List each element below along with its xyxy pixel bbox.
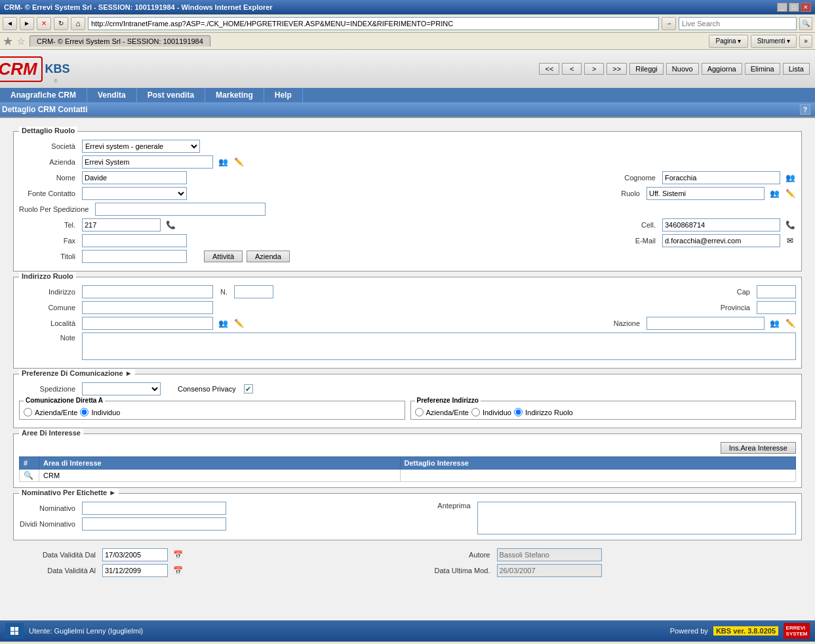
nome-input[interactable] — [82, 171, 187, 184]
preferenze-title: Preferenze Di Comunicazione ► — [19, 369, 135, 377]
tel-phone-icon[interactable]: 📞 — [165, 219, 176, 231]
live-search-input[interactable] — [679, 17, 797, 30]
ins-area-button[interactable]: Ins.Area Interesse — [721, 442, 796, 454]
data-ultima-mod-input — [497, 564, 602, 577]
fonte-select[interactable] — [82, 187, 187, 200]
preferenze-content: Spedizione Consenso Privacy ✔ Comunicazi… — [19, 382, 796, 422]
aree-interesse-content: Ins.Area Interesse # Area di Interesse D… — [19, 442, 796, 482]
lista-button[interactable]: Lista — [783, 63, 810, 75]
start-icon[interactable] — [5, 623, 24, 639]
nominativo-content: Nominativo Dividi Nominativo Anteprima — [19, 502, 796, 534]
add-favorites-icon[interactable]: ☆ — [17, 36, 26, 47]
search-go-button[interactable]: 🔍 — [799, 17, 812, 30]
titoli-label: Titoli — [19, 252, 78, 260]
note-textarea[interactable] — [82, 332, 796, 360]
forward-button[interactable]: ► — [20, 17, 34, 30]
preferenze-comunicazione-section: Preferenze Di Comunicazione ► Spedizione… — [13, 374, 802, 428]
azienda-input[interactable] — [82, 155, 213, 169]
nav-back-back-button[interactable]: << — [539, 63, 559, 75]
cell-phone-icon[interactable]: 📞 — [784, 219, 796, 231]
menu-marketing[interactable]: Marketing — [205, 88, 264, 102]
aggiorna-button[interactable]: Aggiorna — [702, 63, 742, 75]
cap-input[interactable] — [757, 285, 796, 298]
azienda-search-icon[interactable]: 👥 — [217, 156, 229, 168]
ruolo-edit-icon[interactable]: ✏️ — [784, 188, 796, 199]
ruolo-spedizione-input[interactable] — [95, 203, 266, 216]
provincia-label: Provincia — [707, 304, 753, 312]
email-icon[interactable]: ✉ — [784, 235, 796, 247]
address-bar[interactable] — [88, 17, 659, 30]
help-button[interactable]: ? — [800, 104, 810, 115]
minimize-button[interactable]: _ — [777, 3, 787, 12]
home-button[interactable]: ⌂ — [71, 17, 85, 30]
localita-input[interactable] — [82, 317, 213, 330]
menu-anagrafiche[interactable]: Anagrafiche CRM — [0, 88, 87, 102]
nav-back-button[interactable]: < — [562, 63, 582, 75]
nav-forward-forward-button[interactable]: >> — [606, 63, 627, 75]
page-title-bar: Dettaglio CRM Contatti ? — [0, 102, 815, 117]
localita-search-icon[interactable]: 👥 — [217, 317, 229, 329]
cal-icon-dal[interactable]: 📅 — [172, 549, 184, 561]
nav-forward-button[interactable]: > — [584, 63, 604, 75]
attivita-button[interactable]: Attività — [204, 251, 243, 262]
nazione-search-icon[interactable]: 👥 — [768, 317, 780, 329]
ruolo-search-icon[interactable]: 👥 — [768, 188, 780, 199]
azienda-edit-icon[interactable]: ✏️ — [233, 156, 245, 168]
cognome-input[interactable] — [662, 171, 780, 184]
pref-indirizzo-ruolo-radio[interactable] — [514, 408, 523, 416]
rileggi-button[interactable]: Rileggi — [629, 63, 664, 75]
titoli-input[interactable] — [82, 250, 187, 263]
nuovo-button[interactable]: Nuovo — [666, 63, 699, 75]
close-button[interactable]: ✕ — [801, 3, 811, 12]
societa-select[interactable]: Errevi system - generale — [82, 140, 200, 153]
go-button[interactable]: → — [662, 17, 676, 30]
dividi-input[interactable] — [82, 517, 226, 531]
consenso-privacy-checkbox[interactable]: ✔ — [244, 384, 253, 393]
tools-menu-button[interactable]: Strumenti ▾ — [751, 35, 797, 48]
fax-input[interactable] — [82, 234, 187, 247]
favorites-star-icon[interactable]: ★ — [3, 34, 13, 49]
n-input[interactable] — [234, 285, 273, 298]
email-input[interactable] — [662, 234, 780, 247]
elimina-button[interactable]: Elimina — [745, 63, 780, 75]
note-row: Note — [19, 332, 796, 360]
window-controls[interactable]: _ □ ✕ — [777, 3, 811, 12]
comm-azienda-radio[interactable] — [24, 408, 32, 416]
anteprima-textarea[interactable] — [477, 502, 797, 534]
ruolo-label: Ruolo — [597, 190, 643, 197]
browser-tab[interactable]: CRM- © Errevi System Srl - SESSION: 1001… — [30, 35, 210, 47]
stop-button[interactable]: ✕ — [37, 17, 51, 30]
crm-top-bar: CRM KBS ® << < > >> Rileggi Nuovo Aggior… — [0, 50, 815, 88]
maximize-button[interactable]: □ — [789, 3, 799, 12]
dividi-field-row: Dividi Nominativo — [19, 517, 401, 531]
spedizione-select[interactable] — [82, 382, 161, 395]
azienda-button[interactable]: Azienda — [247, 251, 290, 262]
provincia-input[interactable] — [757, 301, 796, 314]
refresh-button[interactable]: ↻ — [54, 17, 68, 30]
indirizzo-ruolo-section: Indirizzo Ruolo Indirizzo N. Cap Comune — [13, 277, 802, 369]
nazione-input[interactable] — [646, 317, 765, 330]
pref-individuo-radio[interactable] — [471, 408, 480, 416]
menu-vendita[interactable]: Vendita — [87, 88, 137, 102]
comm-individuo-radio[interactable] — [80, 408, 89, 416]
nazione-edit-icon[interactable]: ✏️ — [784, 317, 796, 329]
ruolo-input[interactable] — [646, 187, 765, 200]
menu-help[interactable]: Help — [264, 88, 303, 102]
cell-input[interactable] — [662, 218, 780, 231]
menu-post-vendita[interactable]: Post vendita — [137, 88, 205, 102]
localita-edit-icon[interactable]: ✏️ — [233, 317, 245, 329]
cognome-search-icon[interactable]: 👥 — [784, 172, 796, 184]
back-button[interactable]: ◄ — [3, 17, 17, 30]
data-validita-al-input[interactable] — [102, 564, 168, 577]
pref-azienda-radio[interactable] — [415, 408, 424, 416]
data-validita-dal-input[interactable] — [102, 548, 168, 561]
nominativo-input[interactable] — [82, 502, 226, 515]
page-menu-button[interactable]: Pagina ▾ — [709, 35, 748, 48]
cal-icon-al[interactable]: 📅 — [172, 565, 184, 576]
autore-label: Autore — [414, 551, 493, 559]
indirizzo-input[interactable] — [82, 285, 213, 298]
extra-button[interactable]: » — [799, 35, 812, 48]
app-nav-controls[interactable]: << < > >> Rileggi Nuovo Aggiorna Elimina… — [539, 63, 810, 75]
tel-input[interactable] — [82, 218, 161, 231]
comune-input[interactable] — [82, 301, 213, 314]
